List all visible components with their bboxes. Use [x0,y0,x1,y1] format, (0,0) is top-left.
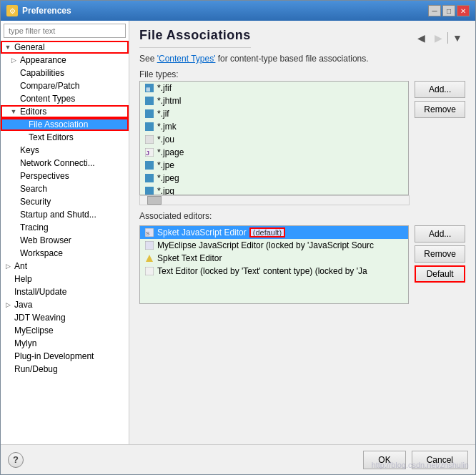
item-icon-jpage: J [144,147,154,157]
title-bar-left: ⚙ Preferences [6,5,71,16]
assoc-item-spket-text[interactable]: Spket Text Editor [140,252,408,265]
tree-item-perspectives[interactable]: ▷ Perspectives [1,170,129,182]
default-button[interactable]: Default [415,265,465,283]
tree-item-general[interactable]: ▼ General [1,41,129,54]
tree-item-appearance[interactable]: ▷ Appearance [1,54,129,67]
tree-item-install[interactable]: ▷ Install/Update [1,285,129,298]
item-icon-jpg [144,186,154,195]
tree-label-run-debug: Run/Debug [14,364,58,374]
item-icon-jmk [144,122,154,132]
tree-item-startup[interactable]: ▷ Startup and Shutd... [1,208,129,221]
file-types-buttons: Add... Remove [415,81,465,195]
svg-rect-18 [145,241,154,250]
tree-label-mylyn: Mylyn [14,338,36,348]
svg-rect-5 [145,135,154,144]
tree-label-startup: Startup and Shutd... [20,210,96,220]
tree-item-help[interactable]: ▷ Help [1,273,129,285]
file-types-list[interactable]: ▦ *.jfif *.jhtml *.jif [139,81,409,195]
tree-item-ant[interactable]: ▷ Ant [1,260,129,273]
tree-item-capabilities[interactable]: ▷ Capabilities [1,67,129,79]
tree-item-web-browser[interactable]: ▷ Web Browser [1,234,129,247]
item-icon-jfif: ▦ [144,83,154,93]
description-prefix: See [139,54,157,64]
tree-label-web-browser: Web Browser [20,235,71,245]
tree-label-plugin-dev: Plug-in Development [14,351,94,361]
associated-editors-section: Associated editors: S Spket JavaScript E… [139,211,465,304]
back-button[interactable]: ◀ [413,30,429,46]
tree-item-security[interactable]: ▷ Security [1,195,129,208]
list-item[interactable]: *.jmk [140,120,408,133]
minimize-button[interactable]: ─ [428,5,441,16]
assoc-item-myeclipse-js[interactable]: MyEclipse JavaScript Editor (locked by '… [140,239,408,252]
preferences-window: ⚙ Preferences ─ □ ✕ ▼ General ▷ Appearan… [0,0,476,475]
tree-label-appearance: Appearance [20,55,66,65]
list-item[interactable]: J *.jpage [140,146,408,159]
list-item[interactable]: *.jpg [140,185,408,195]
tree-item-file-association[interactable]: ▷ File Association [1,118,129,131]
file-types-scrollbar[interactable] [139,195,410,205]
filter-input[interactable] [4,24,126,38]
window-title: Preferences [22,6,71,16]
tree-label-editors: Editors [20,107,46,117]
assoc-remove-button[interactable]: Remove [415,245,465,263]
associated-editors-label: Associated editors: [139,211,465,221]
associated-editors-list[interactable]: S Spket JavaScript Editor (default) MyEc… [139,225,409,304]
cancel-button[interactable]: Cancel [412,451,468,469]
list-item[interactable]: *.jpe [140,159,408,172]
tree-label-network-conn: Network Connecti... [20,158,95,168]
help-button[interactable]: ? [8,452,24,468]
tree-label-myeclipse: MyEclipse [14,325,54,336]
list-item[interactable]: ▦ *.jfif [140,82,408,94]
tree-item-keys[interactable]: ▷ Keys [1,144,129,157]
description-suffix: for content-type based file associations… [215,54,368,64]
assoc-item-spket-js[interactable]: S Spket JavaScript Editor (default) [140,226,408,239]
tree-item-text-editors[interactable]: ▷ Text Editors [1,131,129,144]
item-icon-jpeg [144,173,154,183]
tree-item-tracing[interactable]: ▷ Tracing [1,221,129,234]
tree-label-text-editors: Text Editors [29,132,74,142]
tree-item-jdt[interactable]: ▷ JDT Weaving [1,311,129,324]
list-item[interactable]: *.jhtml [140,94,408,107]
maximize-button[interactable]: □ [442,5,455,16]
expand-icon-java: ▷ [4,300,12,309]
assoc-add-button[interactable]: Add... [415,225,465,243]
bottom-bar: ? OK Cancel [1,444,475,474]
forward-button[interactable]: ▶ [430,30,446,46]
svg-rect-3 [145,109,154,118]
tree-item-java[interactable]: ▷ Java [1,298,129,311]
tree-item-compare-patch[interactable]: ▷ Compare/Patch [1,79,129,92]
list-item[interactable]: *.jou [140,133,408,146]
tree-item-workspace[interactable]: ▷ Workspace [1,247,129,260]
expand-icon-general: ▼ [4,43,12,52]
content-types-link[interactable]: 'Content Types' [157,54,216,64]
assoc-item-text-editor[interactable]: Text Editor (locked by 'Text' content ty… [140,265,408,278]
tree-label-workspace: Workspace [20,248,63,258]
tree-item-plugin-dev[interactable]: ▷ Plug-in Development [1,350,129,363]
description: See 'Content Types' for content-type bas… [139,54,465,64]
tree-item-network-conn[interactable]: ▷ Network Connecti... [1,157,129,170]
tree-item-mylyn[interactable]: ▷ Mylyn [1,337,129,350]
file-remove-button[interactable]: Remove [415,101,465,118]
tree-item-search[interactable]: ▷ Search [1,182,129,195]
dropdown-button[interactable]: ▼ [450,30,465,46]
close-button[interactable]: ✕ [457,5,470,16]
expand-icon-ant: ▷ [4,262,12,270]
tree-container: ▼ General ▷ Appearance ▷ Capabilities ▷ … [1,41,129,444]
file-add-button[interactable]: Add... [415,81,465,98]
tree-item-content-types[interactable]: ▷ Content Types [1,92,129,105]
tree-item-editors[interactable]: ▼ Editors [1,105,129,118]
svg-rect-4 [145,122,154,131]
item-icon-jhtml [144,96,154,106]
title-buttons: ─ □ ✕ [428,5,470,16]
ok-button[interactable]: OK [363,451,405,469]
list-item[interactable]: *.jif [140,107,408,120]
associated-editors-panel: S Spket JavaScript Editor (default) MyEc… [139,225,465,304]
tree-label-keys: Keys [20,145,39,155]
tree-item-run-debug[interactable]: ▷ Run/Debug [1,363,129,376]
assoc-icon-text-editor [144,266,154,276]
tree-item-myeclipse[interactable]: ▷ MyEclipse [1,324,129,337]
list-item[interactable]: *.jpeg [140,172,408,185]
tree-label-security: Security [20,197,51,207]
page-title: File Associations [139,28,251,48]
file-types-section: File types: ▦ *.jfif *.jhtml [139,69,465,205]
